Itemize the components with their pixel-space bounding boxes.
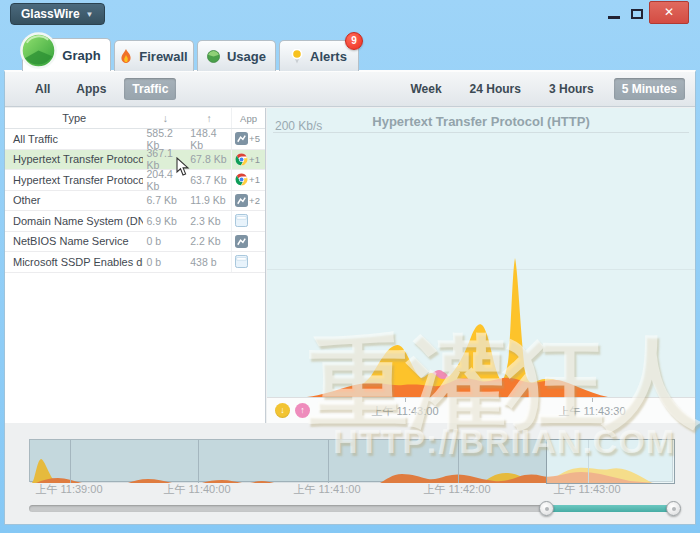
- axis-tick-label: 上午 11:43:30: [532, 404, 652, 419]
- row-upload: 67.8 Kb: [187, 153, 231, 165]
- tab-alerts-label: Alerts: [310, 49, 347, 64]
- tab-firewall[interactable]: Firewall: [114, 40, 194, 71]
- slider-handle-right[interactable]: [666, 501, 681, 516]
- row-download: 6.7 Kb: [143, 194, 187, 206]
- minimize-button[interactable]: [608, 16, 620, 19]
- row-type: Microsoft SSDP Enables disc...: [5, 256, 143, 268]
- app-count: +2: [249, 195, 260, 206]
- range-week-button[interactable]: Week: [402, 78, 449, 100]
- row-download: 6.9 Kb: [143, 215, 187, 227]
- column-upload sort-up-icon[interactable]: ↑: [187, 112, 231, 124]
- timeline-label: 上午 11:43:00: [532, 482, 642, 497]
- toolbar: All Apps Traffic Week 24 Hours 3 Hours 5…: [5, 72, 695, 107]
- timeline-selected-range[interactable]: [546, 505, 673, 512]
- row-upload: 2.2 Kb: [187, 235, 231, 247]
- upload-legend-icon[interactable]: ↑: [295, 403, 310, 418]
- download-series: [337, 258, 593, 397]
- table-row[interactable]: Other 6.7 Kb 11.9 Kb +2: [5, 191, 265, 212]
- axis-tick-label: 上午 11:43:00: [345, 404, 465, 419]
- close-button[interactable]: ✕: [649, 1, 689, 24]
- graph-x-axis: ↓ ↑ 上午 11:43:00 上午 11:43:30: [267, 397, 695, 423]
- table-row[interactable]: NetBIOS Name Service 0 b 2.2 Kb: [5, 232, 265, 253]
- timeline-minimap[interactable]: [29, 439, 673, 482]
- minimap-dimmed-region: [30, 440, 547, 483]
- row-upload: 438 b: [187, 256, 231, 268]
- tab-usage-label: Usage: [227, 49, 266, 64]
- traffic-graph-panel: 200 Kb/s Hypertext Transfer Protocol (HT…: [267, 108, 695, 423]
- glasswire-logo-icon: [19, 31, 58, 70]
- row-download: 0 b: [143, 256, 187, 268]
- maximize-button[interactable]: [631, 9, 643, 19]
- flame-icon: [120, 49, 132, 63]
- apps-group-icon: [235, 132, 248, 145]
- column-type[interactable]: Type: [5, 112, 143, 124]
- row-download: 0 b: [143, 235, 187, 247]
- timeline-slider-track[interactable]: [29, 505, 673, 512]
- column-download sort-down-icon[interactable]: ↓: [143, 112, 187, 124]
- content-area: All Apps Traffic Week 24 Hours 3 Hours 5…: [4, 70, 696, 525]
- filter-all-button[interactable]: All: [27, 78, 58, 100]
- chevron-down-icon: ▼: [86, 10, 94, 19]
- timeline-label: 上午 11:39:00: [14, 482, 124, 497]
- alert-pin-icon: [291, 49, 303, 64]
- range-24hours-button[interactable]: 24 Hours: [462, 78, 529, 100]
- app-count: +1: [249, 154, 260, 165]
- app-count: +1: [249, 174, 260, 185]
- tab-usage[interactable]: Usage: [197, 40, 276, 71]
- window-icon: [235, 255, 248, 268]
- timeline-label: 上午 11:41:00: [272, 482, 382, 497]
- table-row[interactable]: Domain Name System (DNS) 6.9 Kb 2.3 Kb: [5, 211, 265, 232]
- row-type: Other: [5, 194, 143, 206]
- window-icon: [235, 214, 248, 227]
- slider-handle-left[interactable]: [539, 501, 554, 516]
- tab-firewall-label: Firewall: [139, 49, 187, 64]
- glasswire-window: GlassWire ▼ ✕ Graph Firewall Usa: [0, 0, 700, 533]
- range-3hours-button[interactable]: 3 Hours: [541, 78, 602, 100]
- apps-group-icon: [235, 194, 248, 207]
- row-upload: 11.9 Kb: [187, 194, 231, 206]
- table-row[interactable]: All Traffic 585.2 Kb 148.4 Kb +5: [5, 129, 265, 150]
- table-row[interactable]: Hypertext Transfer Protocol o... 204.4 K…: [5, 170, 265, 191]
- filter-traffic-button[interactable]: Traffic: [124, 78, 176, 100]
- table-row[interactable]: Microsoft SSDP Enables disc... 0 b 438 b: [5, 252, 265, 273]
- range-5minutes-button[interactable]: 5 Minutes: [614, 78, 685, 100]
- glasswire-menu-label: GlassWire: [21, 7, 80, 21]
- row-type: NetBIOS Name Service: [5, 235, 143, 247]
- table-row-selected[interactable]: Hypertext Transfer Protocol (... 367.1 K…: [5, 150, 265, 171]
- column-app[interactable]: App: [231, 108, 265, 128]
- download-legend-icon[interactable]: ↓: [275, 403, 290, 418]
- row-type: Hypertext Transfer Protocol o...: [5, 174, 143, 186]
- timeline-label: 上午 11:40:00: [142, 482, 252, 497]
- axis-tick: [405, 398, 406, 402]
- apps-group-icon: [235, 235, 248, 248]
- axis-tick: [592, 398, 593, 402]
- timeline-label: 上午 11:42:00: [402, 482, 512, 497]
- alerts-badge: 9: [345, 32, 363, 50]
- tab-graph-label: Graph: [62, 48, 100, 63]
- row-download: 204.4 Kb: [143, 168, 187, 192]
- chrome-icon: [235, 173, 248, 186]
- row-type: Domain Name System (DNS): [5, 215, 143, 227]
- chrome-icon: [235, 153, 248, 166]
- row-type: Hypertext Transfer Protocol (...: [5, 153, 143, 165]
- glasswire-menu-button[interactable]: GlassWire ▼: [10, 3, 105, 25]
- row-upload: 2.3 Kb: [187, 215, 231, 227]
- row-upload: 63.7 Kb: [187, 174, 231, 186]
- usage-globe-icon: [207, 50, 220, 63]
- row-type: All Traffic: [5, 133, 143, 145]
- minimap-selection-window[interactable]: [546, 439, 675, 484]
- traffic-area-chart[interactable]: [267, 108, 695, 397]
- row-upload: 148.4 Kb: [187, 127, 231, 151]
- app-count: +5: [249, 133, 260, 144]
- titlebar: GlassWire ▼ ✕: [0, 0, 700, 27]
- main-row: Type ↓ ↑ App All Traffic 585.2 Kb 148.4 …: [5, 108, 695, 423]
- traffic-table: Type ↓ ↑ App All Traffic 585.2 Kb 148.4 …: [5, 108, 266, 423]
- upload-series: [307, 378, 608, 397]
- filter-apps-button[interactable]: Apps: [68, 78, 114, 100]
